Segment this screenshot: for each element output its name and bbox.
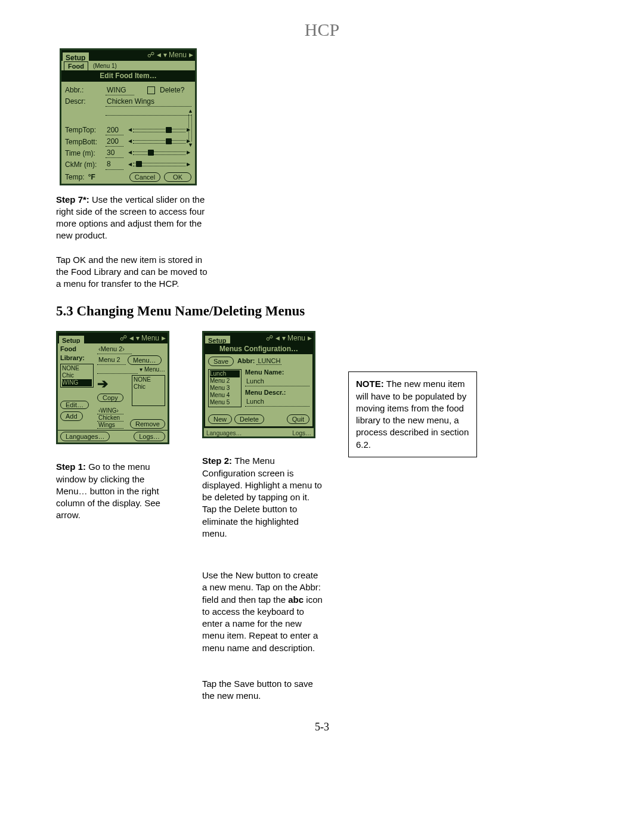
note-box: NOTE: The new menu item will have to be … xyxy=(348,371,477,457)
menu-dropdown[interactable]: ▾ Menu xyxy=(136,333,159,343)
prev-icon[interactable]: ◀ xyxy=(157,51,161,58)
mid-para2: Tap the Save button to save the new menu… xyxy=(202,678,324,702)
edit-food-item-screen: Setup ☍ ◀ ▾ Menu ▶ Food (Menu 1) Edit Fo… xyxy=(60,48,197,185)
temptop-value[interactable]: 200 xyxy=(106,125,123,135)
list-item: WING xyxy=(62,379,92,386)
copy-arrow-icon: ➔ xyxy=(97,375,129,393)
food-library-screen: Setup ☍ ◀ ▾ Menu ▶ Food Library: xyxy=(56,331,169,444)
ok-button[interactable]: OK xyxy=(164,172,191,182)
abbr-input[interactable]: LUNCH xyxy=(256,357,281,365)
time-slider[interactable]: ◀▶ xyxy=(127,150,191,157)
step1-para: Step 1: Go to the menu window by clickin… xyxy=(56,461,178,521)
mid-para1: Use the New button to create a new menu.… xyxy=(202,569,324,654)
sel-item-descr2: Wings xyxy=(97,422,123,429)
list-item: Chic xyxy=(62,372,92,379)
delete-checkbox[interactable] xyxy=(147,86,155,94)
temp-label: Temp: xyxy=(65,172,85,182)
food-tab[interactable]: Food xyxy=(64,61,88,71)
sel-item-descr: Chicken xyxy=(97,414,123,422)
menu-dropdown[interactable]: ▾ Menu xyxy=(163,50,187,60)
list-item: Menu 3 xyxy=(210,385,240,392)
add-button[interactable]: Add xyxy=(60,411,83,421)
new-button[interactable]: New xyxy=(208,414,232,424)
lib-link1[interactable]: ‹Menu 2› xyxy=(97,345,132,354)
menu-descr-label: Menu Descr.: xyxy=(245,389,286,396)
ckmr-value[interactable]: 8 xyxy=(106,159,123,169)
sel-item: ‹WING› xyxy=(97,407,123,414)
step7-para2: Tap OK and the new item is stored in the… xyxy=(56,254,211,290)
abbr-label: Abbr: xyxy=(237,357,255,364)
delete-label: Delete? xyxy=(160,85,184,95)
temptop-slider[interactable]: ◀▶ xyxy=(127,127,191,134)
tempbott-value[interactable]: 200 xyxy=(106,137,123,147)
tempbott-slider[interactable]: ◀▶ xyxy=(127,138,191,145)
left-list[interactable]: NONE Chic WING xyxy=(60,364,94,388)
menu-descr-input[interactable]: Lunch xyxy=(245,397,309,407)
next-icon[interactable]: ▶ xyxy=(189,51,193,58)
descr-label: Descr: xyxy=(65,97,102,106)
sync-icon: ☍ xyxy=(120,333,127,343)
list-item: Menu 2 xyxy=(210,377,240,385)
quit-button[interactable]: Quit xyxy=(287,414,309,424)
logs-button[interactable]: Logs… xyxy=(134,432,165,441)
tempbott-label: TempBott: xyxy=(65,137,102,147)
step7-para1: Step 7*: Use the vertical slider on the … xyxy=(56,194,211,242)
right-list[interactable]: NONE Chic xyxy=(132,375,165,406)
save-button[interactable]: Save xyxy=(208,357,234,366)
abbr-label: Abbr.: xyxy=(65,85,102,95)
library-label: Library: xyxy=(60,354,85,361)
time-value[interactable]: 30 xyxy=(106,148,123,158)
next-icon[interactable]: ▶ xyxy=(162,335,166,342)
temptop-label: TempTop: xyxy=(65,125,102,135)
copy-button[interactable]: Copy xyxy=(97,394,123,402)
setup-tab[interactable]: Setup xyxy=(204,335,231,344)
logs-button-bg: Logs… xyxy=(292,429,311,438)
menus-config-screen: Setup ☍ ◀ ▾ Menu ▶ Menus Configuration… … xyxy=(202,331,315,438)
menu-button[interactable]: Menu… xyxy=(128,355,162,365)
list-item: NONE xyxy=(134,376,163,383)
setup-tab[interactable]: Setup xyxy=(58,335,85,344)
menu-dropdown[interactable]: ▾ Menu xyxy=(282,333,305,343)
list-item: Menu 5 xyxy=(210,399,240,406)
section-heading: 5.3 Changing Menu Name/Deleting Menus xyxy=(56,302,588,320)
vertical-slider[interactable]: ▲▼ xyxy=(188,107,193,149)
languages-button[interactable]: Languages… xyxy=(60,432,110,441)
modal-title: Edit Food Item… xyxy=(61,70,195,81)
prev-icon[interactable]: ◀ xyxy=(275,335,280,342)
abbr-input[interactable]: WING xyxy=(106,85,134,95)
list-item: NONE xyxy=(62,365,92,372)
ckmr-slider[interactable]: ◀▶ xyxy=(127,161,191,168)
time-label: Time (m): xyxy=(65,148,102,158)
ckmr-label: CkMr (m): xyxy=(65,160,102,169)
step2-para: Step 2: The Menu Configuration screen is… xyxy=(202,455,324,540)
menu-name-label: Menu Name: xyxy=(245,368,284,376)
remove-button[interactable]: Remove xyxy=(130,419,165,429)
menu-name-input[interactable]: Lunch xyxy=(245,377,309,386)
temp-unit: °F xyxy=(88,172,95,182)
list-item: Lunch xyxy=(210,370,240,377)
cancel-button[interactable]: Cancel xyxy=(129,172,160,182)
page-number: 5-3 xyxy=(56,720,588,734)
behind-tab-label: (Menu 1) xyxy=(93,62,117,70)
delete-button[interactable]: Delete xyxy=(234,414,264,424)
prev-icon[interactable]: ◀ xyxy=(129,335,134,342)
modal-title: Menus Configuration… xyxy=(204,343,314,354)
page-header: HCP xyxy=(56,18,588,42)
sync-icon: ☍ xyxy=(266,333,273,343)
languages-button-bg: Languages… xyxy=(206,429,242,438)
sync-icon: ☍ xyxy=(147,50,154,60)
menu-list[interactable]: Lunch Menu 2 Menu 3 Menu 4 Menu 5 xyxy=(208,369,242,407)
descr-input[interactable]: Chicken Wings xyxy=(106,97,191,107)
list-item: Chic xyxy=(134,383,163,391)
edit-button[interactable]: Edit… xyxy=(60,401,89,409)
food-label: Food xyxy=(60,345,76,352)
descr-input-line2[interactable] xyxy=(106,108,191,116)
lib-link2[interactable]: Menu 2 xyxy=(97,355,126,365)
list-item: Menu 4 xyxy=(210,392,240,399)
menu-dd-secondary[interactable]: ▾ Menu… xyxy=(140,366,165,374)
setup-tab[interactable]: Setup xyxy=(61,51,90,61)
next-icon[interactable]: ▶ xyxy=(308,335,312,342)
